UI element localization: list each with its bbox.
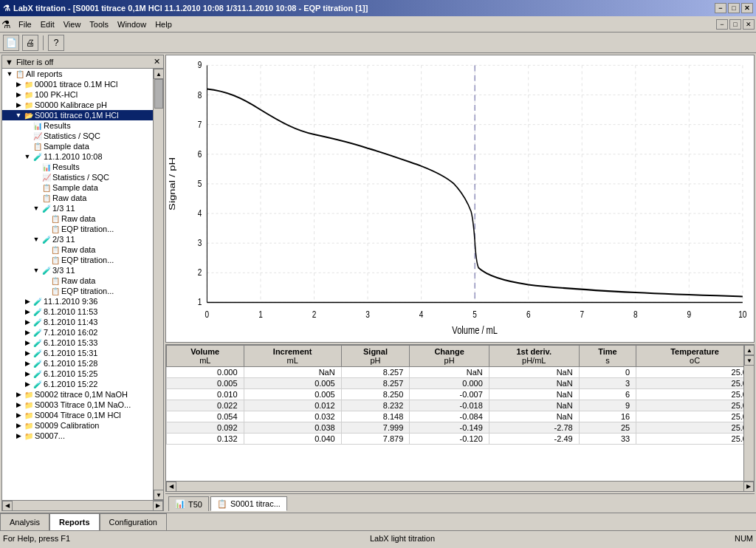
tree-item-raw3[interactable]: 📋 Raw data bbox=[2, 275, 153, 286]
tree-item-results[interactable]: 📊 Results bbox=[2, 120, 153, 131]
expand-date4[interactable]: ▶ bbox=[23, 318, 32, 326]
tree-item-date2[interactable]: ▶ 🧪 11.1.2010 9:36 bbox=[2, 296, 153, 306]
tree-item-raw-data[interactable]: 📋 Raw data bbox=[2, 193, 153, 203]
help-button[interactable]: ? bbox=[48, 35, 64, 51]
tree-item-date7[interactable]: ▶ 🧪 6.1.2010 15:31 bbox=[2, 348, 153, 358]
tree-item-date10[interactable]: ▶ 🧪 6.1.2010 15:22 bbox=[2, 379, 153, 389]
expand-frac3[interactable]: ▼ bbox=[32, 267, 41, 274]
tree-item-sample-data[interactable]: 📋 Sample data bbox=[2, 141, 153, 151]
expand-frac1[interactable]: ▼ bbox=[32, 205, 41, 212]
expand-S0004[interactable]: ▶ bbox=[14, 411, 23, 419]
expand-100[interactable]: ▶ bbox=[14, 91, 23, 98]
scroll-track[interactable] bbox=[154, 79, 163, 490]
tree-item-S0007[interactable]: ▶ 📁 S0007... bbox=[2, 431, 153, 441]
tree-vertical-scrollbar[interactable]: ▲ ▼ bbox=[153, 69, 163, 500]
expand-S0001[interactable]: ▼ bbox=[14, 112, 23, 119]
expand-S0002[interactable]: ▶ bbox=[14, 391, 23, 398]
table-vertical-scrollbar[interactable]: ▲ ▼ bbox=[743, 345, 754, 481]
expand-all-reports[interactable]: ▼ bbox=[5, 70, 14, 78]
tree-item-sample-data2[interactable]: 📋 Sample data bbox=[2, 182, 153, 193]
table-scroll-down[interactable]: ▼ bbox=[744, 355, 754, 366]
tab-s0001[interactable]: 📋 S0001 titrac... bbox=[210, 496, 287, 511]
label-date10: 6.1.2010 15:22 bbox=[44, 380, 97, 388]
tree-item-S0000[interactable]: ▶ 📁 S0000 Kalibrace pH bbox=[2, 100, 153, 110]
scroll-right-button[interactable]: ▶ bbox=[153, 501, 163, 511]
expand-frac2[interactable]: ▼ bbox=[32, 236, 41, 243]
folder-icon-S0009: 📁 bbox=[23, 422, 35, 430]
close-button[interactable]: ✕ bbox=[741, 3, 753, 13]
inner-maximize-button[interactable]: □ bbox=[729, 19, 741, 30]
expand-date9[interactable]: ▶ bbox=[23, 370, 32, 377]
tree-item-raw1[interactable]: 📋 Raw data bbox=[2, 213, 153, 224]
expand-date10[interactable]: ▶ bbox=[23, 380, 32, 388]
tree-item-00001[interactable]: ▶ 📁 00001 titrace 0.1M HCl bbox=[2, 79, 153, 89]
table-scroll-left[interactable]: ◀ bbox=[166, 482, 176, 492]
tree-item-date1[interactable]: ▼ 🧪 11.1.2010 10:08 bbox=[2, 151, 153, 162]
tree-item-eqp2[interactable]: 📋 EQP titration... bbox=[2, 255, 153, 265]
print-button[interactable]: 🖨 bbox=[22, 35, 38, 51]
expand-date6[interactable]: ▶ bbox=[23, 339, 32, 346]
tree-item-frac1[interactable]: ▼ 🧪 1/3 11 bbox=[2, 203, 153, 213]
table-scroll-up[interactable]: ▲ bbox=[744, 345, 754, 355]
maximize-button[interactable]: □ bbox=[728, 3, 740, 13]
tree-item-date5[interactable]: ▶ 🧪 7.1.2010 16:02 bbox=[2, 327, 153, 338]
scroll-left-button[interactable]: ◀ bbox=[2, 501, 13, 511]
menu-tools[interactable]: Tools bbox=[85, 18, 113, 30]
tree-item-frac2[interactable]: ▼ 🧪 2/3 11 bbox=[2, 234, 153, 244]
tree-item-all-reports[interactable]: ▼ 📋 All reports bbox=[2, 69, 153, 79]
tree-item-S0004[interactable]: ▶ 📁 S0004 Titrace 0,1M HCl bbox=[2, 410, 153, 420]
menu-file[interactable]: File bbox=[14, 18, 36, 30]
tree-item-statistics2[interactable]: 📈 Statistics / SQC bbox=[2, 172, 153, 182]
inner-close-button[interactable]: ✕ bbox=[743, 19, 755, 30]
tree-item-date8[interactable]: ▶ 🧪 6.1.2010 15:28 bbox=[2, 358, 153, 369]
new-button[interactable]: 📄 bbox=[3, 35, 19, 51]
tree-item-S0009[interactable]: ▶ 📁 S0009 Calibration bbox=[2, 420, 153, 431]
tab-configuration[interactable]: Configuration bbox=[100, 513, 167, 531]
scroll-down-button[interactable]: ▼ bbox=[154, 490, 163, 500]
table-horizontal-scrollbar[interactable]: ◀ ▶ bbox=[166, 481, 754, 491]
tab-reports[interactable]: Reports bbox=[49, 513, 100, 531]
expand-date5[interactable]: ▶ bbox=[23, 329, 32, 336]
tab-t50[interactable]: 📊 T50 bbox=[168, 496, 209, 511]
expand-00001[interactable]: ▶ bbox=[14, 81, 23, 88]
col-deriv: 1st deriv.pH/mL bbox=[489, 346, 579, 367]
expand-date7[interactable]: ▶ bbox=[23, 349, 32, 357]
tree-item-eqp3[interactable]: 📋 EQP titration... bbox=[2, 286, 153, 296]
inner-minimize-button[interactable]: − bbox=[716, 19, 728, 30]
tree-item-raw2[interactable]: 📋 Raw data bbox=[2, 244, 153, 255]
tree-item-date6[interactable]: ▶ 🧪 6.1.2010 15:33 bbox=[2, 338, 153, 348]
tree-item-frac3[interactable]: ▼ 🧪 3/3 11 bbox=[2, 265, 153, 275]
tab-analysis[interactable]: Analysis bbox=[0, 513, 49, 531]
tree-item-date4[interactable]: ▶ 🧪 8.1.2010 11:43 bbox=[2, 317, 153, 327]
tree-horizontal-scrollbar[interactable]: ◀ ▶ bbox=[2, 500, 163, 510]
tree-item-results2[interactable]: 📊 Results bbox=[2, 162, 153, 172]
expand-S0003[interactable]: ▶ bbox=[14, 401, 23, 408]
expand-S0009[interactable]: ▶ bbox=[14, 422, 23, 429]
expand-date1[interactable]: ▼ bbox=[23, 153, 32, 160]
raw-data-icon1: 📋 bbox=[49, 215, 61, 223]
minimize-button[interactable]: − bbox=[715, 3, 726, 13]
tree-item-date3[interactable]: ▶ 🧪 8.1.2010 11:53 bbox=[2, 306, 153, 317]
eqp-icon2: 📋 bbox=[49, 256, 61, 264]
expand-date8[interactable]: ▶ bbox=[23, 360, 32, 367]
tree-item-S0001[interactable]: ▼ 📂 S0001 titrace 0,1M HCl bbox=[2, 110, 153, 120]
close-panel-icon[interactable]: ✕ bbox=[154, 57, 160, 66]
expand-S0000[interactable]: ▶ bbox=[14, 101, 23, 109]
table-scroll-right[interactable]: ▶ bbox=[743, 482, 754, 492]
scroll-thumb[interactable] bbox=[154, 79, 163, 109]
menu-help[interactable]: Help bbox=[151, 18, 176, 30]
expand-S0007[interactable]: ▶ bbox=[14, 432, 23, 439]
tree-item-date9[interactable]: ▶ 🧪 6.1.2010 15:25 bbox=[2, 369, 153, 379]
menu-edit[interactable]: Edit bbox=[36, 18, 59, 30]
tree-item-100[interactable]: ▶ 📁 100 PK-HCl bbox=[2, 89, 153, 100]
expand-date2[interactable]: ▶ bbox=[23, 298, 32, 305]
menu-window[interactable]: Window bbox=[113, 18, 151, 30]
tree-item-S0003[interactable]: ▶ 📁 S0003 Titrace 0,1M NaO... bbox=[2, 400, 153, 410]
menu-view[interactable]: View bbox=[59, 18, 86, 30]
tree-item-S0002[interactable]: ▶ 📁 S0002 titrace 0,1M NaOH bbox=[2, 389, 153, 400]
expand-date3[interactable]: ▶ bbox=[23, 308, 32, 315]
scroll-up-button[interactable]: ▲ bbox=[154, 69, 163, 79]
tree-item-statistics[interactable]: 📈 Statistics / SQC bbox=[2, 131, 153, 141]
flask-icon-date5: 🧪 bbox=[32, 329, 44, 337]
tree-item-eqp1[interactable]: 📋 EQP titration... bbox=[2, 224, 153, 234]
